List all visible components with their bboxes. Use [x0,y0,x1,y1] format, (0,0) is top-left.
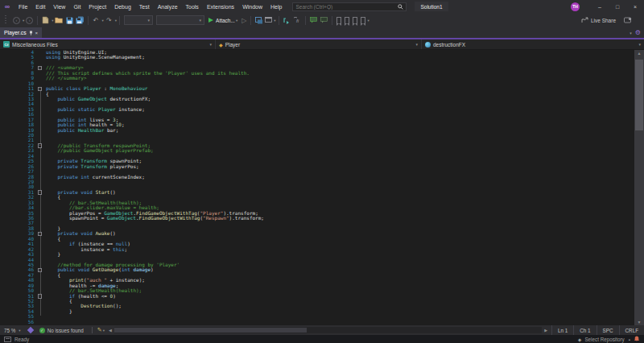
menu-item-edit[interactable]: Edit [31,0,49,13]
attach-button[interactable]: Attach... ▾ [208,18,237,23]
uncomment-button[interactable] [319,14,329,26]
code-text: private int currentSceneIndex; [46,175,145,180]
code-text: spawnPoint = GameObject.FindGameObjectWi… [46,216,264,221]
code-text: private Transform playerPos; [46,164,139,169]
navigate-backward-button[interactable]: ‹ [11,14,22,26]
open-file-button[interactable] [54,14,64,26]
scroll-left-icon[interactable]: ◀ [106,328,114,333]
menu-item-extensions[interactable]: Extensions [203,0,238,13]
caret-down-icon: ▾ [19,329,20,333]
horizontal-scrollbar[interactable]: ◀ ▶ [106,325,550,335]
feedback-icon[interactable] [624,17,632,24]
member-dropdown[interactable]: destructionFX ▾ [422,39,644,49]
indent-button[interactable] [282,14,292,26]
issues-indicator[interactable]: ✓ No issues found [36,328,87,333]
menu-item-test[interactable]: Test [135,0,154,13]
toolbar-grip[interactable] [5,15,9,25]
search-icon[interactable] [398,4,403,10]
project-dropdown[interactable]: C# Miscellaneous Files ▾ [0,39,216,49]
type-dropdown[interactable]: ◆ Player ▾ [216,39,422,49]
menu-item-view[interactable]: View [49,0,69,13]
gear-icon[interactable]: ⚙ [635,30,641,36]
scroll-up-icon[interactable]: ▲ [634,50,644,56]
navigate-forward-button[interactable]: › [24,14,35,26]
vertical-scrollbar[interactable]: ▲ ▼ [634,50,644,325]
code-cleanup-icon[interactable]: ✎ [97,327,102,333]
tab-player-cs[interactable]: Player.cs × [0,27,42,38]
menu-item-project[interactable]: Project [85,0,110,13]
startup-target-combo[interactable]: ▾ [156,15,204,25]
collapse-box-icon[interactable]: - [38,87,42,91]
menu-item-analyze[interactable]: Analyze [154,0,182,13]
collapse-box-icon[interactable]: - [38,66,42,70]
bookmark-caret-icon[interactable]: ▾ [368,19,369,23]
collapse-box-icon[interactable]: - [38,143,42,147]
caret-down-icon: ▾ [148,18,151,23]
clear-bookmarks-icon[interactable] [361,17,365,23]
undo-button[interactable]: ↶ [91,14,101,26]
collapse-box-icon[interactable]: - [38,232,42,236]
tab-close-icon[interactable]: × [35,31,39,35]
close-button[interactable]: × [626,0,644,13]
code-text: using UnityEngine.SceneManagement; [46,55,145,60]
column-indicator[interactable]: Ch 1 [573,325,596,335]
format-document-button[interactable]: fi [292,14,303,26]
new-file-button[interactable] [40,14,51,26]
live-share-button[interactable]: Live Share [581,17,624,23]
collapse-box-icon[interactable]: - [38,268,42,272]
encoding-indicator[interactable]: SPC [597,325,619,335]
select-repository-button[interactable]: Select Repository [584,337,624,342]
window-sync-icon [264,16,273,24]
menu-item-file[interactable]: File [14,0,31,13]
collapse-box-icon[interactable]: - [38,190,42,194]
menu-item-git[interactable]: Git [69,0,85,13]
scroll-right-icon[interactable]: ▶ [542,328,550,333]
search-input[interactable] [295,4,398,10]
find-in-files-button[interactable] [254,14,264,26]
horizontal-scrollbar-thumb[interactable] [114,328,307,333]
back-icon: ‹ [13,17,20,24]
toolbar-separator [119,16,120,25]
horizontal-scrollbar-track[interactable] [114,327,542,333]
comment-button[interactable] [308,14,319,26]
document-health-icon[interactable] [27,327,33,333]
background-tasks-icon[interactable] [4,337,11,342]
menu-item-help[interactable]: Help [266,0,286,13]
menu-item-window[interactable]: Window [238,0,266,13]
solution-name[interactable]: Solution1 [415,2,448,11]
start-without-debugging-icon[interactable]: ▷ [242,17,246,24]
save-all-button[interactable] [75,14,85,26]
code-cleanup-caret-icon[interactable]: ▾ [103,329,105,333]
vertical-scrollbar-thumb[interactable] [635,60,643,130]
format-icon: fi [293,16,302,24]
redo-caret-icon[interactable]: ▾ [115,19,117,23]
collapse-box-icon[interactable]: - [38,294,42,298]
previous-bookmark-icon[interactable] [345,17,349,23]
notifications-bell-icon[interactable] [634,336,640,342]
minimize-button[interactable]: – [591,0,609,13]
search-box[interactable] [292,2,407,11]
menu-item-tools[interactable]: Tools [182,0,203,13]
zoom-level-dropdown[interactable]: 75 % ▾ [0,328,25,333]
document-list-caret-icon[interactable]: ▾ [630,31,632,35]
save-button[interactable] [64,14,75,26]
window-layout-button[interactable]: ▾ [264,14,275,26]
member-dropdown-label: destructionFX [433,42,465,48]
restore-button[interactable]: □ [609,0,626,13]
menu-item-debug[interactable]: Debug [110,0,135,13]
save-icon [65,16,74,24]
scroll-down-icon[interactable]: ▼ [634,319,644,325]
caret-up-icon: ▴ [629,337,630,341]
pin-icon[interactable] [29,31,33,35]
bottombar-separator [92,327,93,333]
code-line[interactable]: 56 [0,320,634,324]
line-ending-indicator[interactable]: CRLF [619,325,644,335]
toggle-bookmark-icon[interactable] [336,17,341,23]
line-indicator[interactable]: Ln 1 [551,325,573,335]
redo-button[interactable]: ↷ [104,14,114,26]
tab-label: Player.cs [4,30,27,35]
solution-configurations-combo[interactable]: ▾ [124,15,153,25]
code-text: public void GetDamage(int damage) [46,267,154,272]
next-bookmark-icon[interactable] [353,17,357,23]
user-avatar[interactable]: TH [571,2,580,11]
